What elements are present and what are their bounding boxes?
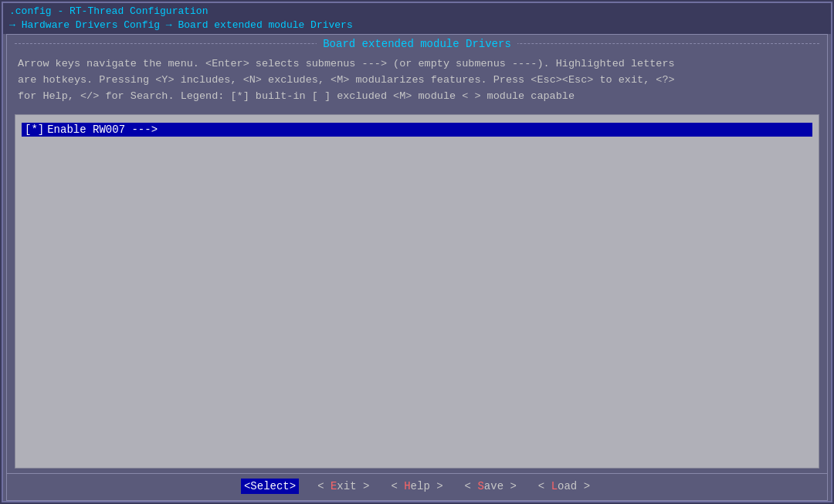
breadcrumb-hardware: Hardware Drivers Config: [22, 19, 166, 31]
menu-item-rw007[interactable]: [*] Enable RW007 --->: [22, 123, 812, 137]
arrow-icon: →: [9, 19, 15, 31]
help-line2-part3: <Esc><Esc> to exit, <?>: [524, 74, 674, 86]
menu-item-label: Enable RW007 --->: [47, 123, 158, 136]
menu-area: [*] Enable RW007 --->: [15, 114, 819, 468]
bottom-bar: <Select> < Exit > < Help > < Save > < Lo…: [7, 473, 827, 500]
breadcrumb-line1: .config - RT-Thread Configuration: [9, 5, 825, 19]
title-bar: Board extended module Drivers: [7, 35, 827, 52]
exit-button[interactable]: < Exit >: [314, 479, 372, 494]
config-title: .config - RT-Thread Configuration: [9, 5, 208, 17]
top-bar: .config - RT-Thread Configuration → Hard…: [3, 3, 831, 34]
outer-border: .config - RT-Thread Configuration → Hard…: [2, 2, 832, 502]
help-line2-part1: are hotkeys.: [18, 74, 99, 86]
menu-item-checkbox: [*]: [25, 123, 44, 136]
help-highlight: H: [404, 480, 410, 492]
help-line1: Arrow keys navigate the menu. <Enter> se…: [18, 56, 816, 73]
breadcrumb-line2: → Hardware Drivers Config → Board extend…: [9, 19, 825, 32]
press-text: Press: [493, 74, 525, 86]
breadcrumb-board: Board extended module Drivers: [178, 19, 352, 31]
help-button[interactable]: < Help >: [388, 479, 446, 494]
help-text: Arrow keys navigate the menu. <Enter> se…: [7, 52, 827, 110]
arrow-icon-2: →: [166, 19, 172, 31]
save-button[interactable]: < Save >: [462, 479, 520, 494]
save-highlight: S: [477, 480, 483, 492]
title-text: Board extended module Drivers: [317, 38, 517, 50]
exit-highlight: E: [331, 480, 337, 492]
help-line2: are hotkeys. Pressing <Y> includes, <N> …: [18, 73, 816, 89]
main-container: Board extended module Drivers Arrow keys…: [6, 34, 828, 501]
select-button[interactable]: <Select>: [241, 479, 299, 494]
pressing-text: Pressing: [99, 74, 149, 86]
help-line2-part2: <Y> includes, <N> excludes, <M> modulari…: [149, 74, 493, 86]
help-line3: for Help, </> for Search. Legend: [*] bu…: [18, 89, 816, 105]
load-highlight: L: [551, 480, 558, 492]
select-label: <Select>: [244, 480, 296, 492]
load-button[interactable]: < Load >: [535, 479, 593, 494]
